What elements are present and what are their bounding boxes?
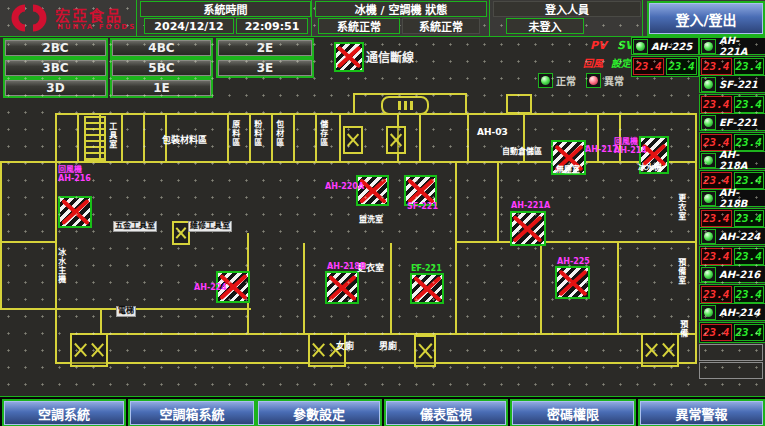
wall xyxy=(455,161,457,335)
wall xyxy=(121,113,123,161)
equipment-label: 回風機 AH-216 xyxy=(58,166,91,184)
footer-button-password-permission[interactable]: 密碼權限 xyxy=(512,401,634,425)
divider xyxy=(489,0,490,36)
wall xyxy=(271,113,273,161)
room-label: 冰水機 xyxy=(638,164,662,173)
system-date-value: 2024/12/12 xyxy=(144,18,234,34)
equipment-label: SF-221 xyxy=(407,203,438,212)
wall xyxy=(100,333,697,335)
ahu-status-value: 系統正常 xyxy=(402,18,480,34)
equipment-label: AH-220A xyxy=(325,183,364,192)
footer-button-alarm[interactable]: 異常警報 xyxy=(640,401,763,425)
divider xyxy=(311,0,312,36)
room-label: 五金工具室 xyxy=(113,221,157,232)
wall xyxy=(55,113,695,115)
machine-status-label: 冰機 / 空調機 狀態 xyxy=(315,1,487,17)
chiller-status-value: 系統正常 xyxy=(318,18,400,34)
equipment-label: AH-224 xyxy=(194,284,227,293)
wall xyxy=(315,113,317,161)
equipment-label-line2: AH-216 xyxy=(58,175,91,184)
ahu-comm-loss-icon[interactable] xyxy=(510,211,546,246)
stairs-icon xyxy=(641,333,679,367)
divider xyxy=(642,0,643,36)
room-label: 原料區 xyxy=(230,120,239,147)
room-label: 盥洗室 xyxy=(359,216,383,225)
brand-name: 宏亞食品 xyxy=(55,4,123,25)
wall xyxy=(227,113,229,161)
wall xyxy=(617,241,619,335)
equipment-label: 回風機 AH-214 xyxy=(614,138,647,156)
room-label: 儲存區 xyxy=(318,120,327,147)
equipment-label-line2: AH-214 xyxy=(614,147,647,156)
system-time-label: 系統時間 xyxy=(140,1,311,17)
brand-logo-icon xyxy=(6,3,52,37)
footer-button-ahu-system[interactable]: 空調箱系統 xyxy=(130,401,254,425)
ahu-comm-loss-icon[interactable] xyxy=(325,271,359,304)
wall xyxy=(293,113,295,161)
wall xyxy=(55,308,251,310)
wall xyxy=(339,113,341,161)
room-label: 包材區 xyxy=(274,120,283,147)
stairs-icon xyxy=(70,333,108,367)
room-label: 男廁 xyxy=(379,342,397,352)
room-label: 冰水主機 xyxy=(56,248,65,284)
wall xyxy=(465,93,467,113)
ahu-comm-loss-icon[interactable] xyxy=(410,273,444,304)
room-label: 女廁 xyxy=(336,342,354,352)
footer-button-hvac-system[interactable]: 空調系統 xyxy=(4,401,124,425)
wall xyxy=(100,308,102,335)
footer-button-meter-monitoring[interactable]: 儀表監視 xyxy=(386,401,506,425)
room-label: 維修工具室 xyxy=(188,221,232,232)
wall xyxy=(353,93,467,95)
equipment-label: AH-221A xyxy=(511,202,550,211)
ahu-comm-loss-icon[interactable] xyxy=(58,196,92,228)
login-person-label: 登入人員 xyxy=(493,1,641,17)
floor-plan-map: 回風機 AH-216 AH-224 AH-220A AH-218B EF-221… xyxy=(0,36,765,396)
room-label: 預備 xyxy=(678,320,687,338)
wall xyxy=(390,243,392,335)
wall xyxy=(419,113,421,161)
equipment-label: AH-225 xyxy=(557,258,590,267)
system-clock-value: 22:09:51 xyxy=(236,18,308,34)
wall xyxy=(55,362,697,364)
room-label: AH-03 xyxy=(477,128,508,138)
wall xyxy=(467,113,469,161)
service-shaft xyxy=(506,94,532,114)
divider xyxy=(136,0,137,36)
room-label: 電梯 xyxy=(116,306,136,317)
staircase-icon xyxy=(84,116,106,162)
elevator-icon xyxy=(381,96,429,115)
wall xyxy=(55,113,57,364)
wall xyxy=(143,113,145,161)
wall xyxy=(353,93,355,113)
ahu-comm-loss-icon[interactable] xyxy=(555,266,590,299)
wall xyxy=(0,241,57,243)
wall xyxy=(0,308,57,310)
wall xyxy=(455,241,695,243)
room-label: 無塵室 xyxy=(556,166,580,175)
room-label: 自動倉儲區 xyxy=(502,148,542,157)
wall xyxy=(695,113,697,364)
login-status-value: 未登入 xyxy=(506,18,584,34)
footer-bar: 空調系統 空調箱系統 參數設定 儀表監視 密碼權限 異常警報 xyxy=(0,396,765,426)
hmi-screen: 宏亞食品 HUNYA FOODS 系統時間 2024/12/12 22:09:5… xyxy=(0,0,765,426)
equipment-label: AH-218B xyxy=(327,263,366,272)
equipment-label: AH-217 xyxy=(585,146,618,155)
shaft-icon xyxy=(386,126,406,154)
wall xyxy=(0,161,57,163)
wall xyxy=(77,113,79,161)
wall xyxy=(55,161,697,163)
login-logout-button[interactable]: 登入/登出 xyxy=(649,3,763,34)
wall xyxy=(0,161,2,310)
equipment-label: EF-221 xyxy=(411,265,442,274)
stairs-icon xyxy=(414,335,436,367)
wall xyxy=(497,161,499,241)
wall xyxy=(303,243,305,335)
wall xyxy=(540,241,542,335)
top-bar: 宏亞食品 HUNYA FOODS 系統時間 2024/12/12 22:09:5… xyxy=(0,0,765,37)
footer-button-parameter-settings[interactable]: 參數設定 xyxy=(258,401,380,425)
shaft-icon xyxy=(343,126,363,154)
room-label: 包裝材料區 xyxy=(162,136,207,146)
room-label: 更衣室 xyxy=(676,194,685,221)
brand-name-en: HUNYA FOODS xyxy=(57,23,136,31)
